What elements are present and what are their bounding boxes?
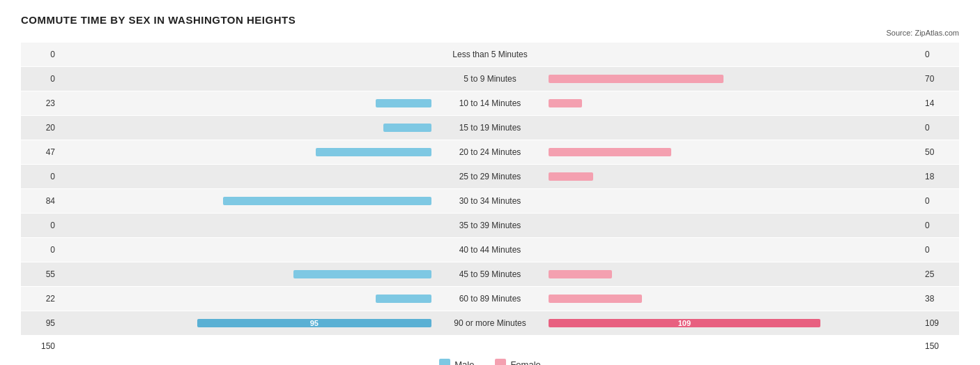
left-value: 0: [21, 74, 59, 84]
female-bar: 109: [549, 319, 820, 327]
left-bar-wrap: [59, 50, 434, 59]
right-bar-wrap: [546, 75, 921, 83]
right-value: 0: [921, 221, 959, 230]
right-bar-wrap: [546, 99, 921, 107]
chart-row: 0 Less than 5 Minutes 0: [21, 43, 959, 66]
left-value: 23: [21, 98, 59, 108]
chart-row: 22 60 to 89 Minutes 38: [21, 287, 959, 311]
left-value: 95: [21, 318, 59, 328]
female-bar: [549, 99, 582, 107]
chart-title: COMMUTE TIME BY SEX IN WASHINGTON HEIGHT…: [21, 14, 959, 26]
source-label: Source: ZipAtlas.com: [21, 29, 959, 37]
left-value: 55: [21, 269, 59, 279]
chart-row: 0 25 to 29 Minutes 18: [21, 165, 959, 188]
right-value: 50: [921, 147, 959, 157]
male-bar: [316, 148, 431, 156]
legend-female-label: Female: [510, 359, 540, 366]
right-bar-wrap: [546, 148, 921, 156]
row-label: 20 to 24 Minutes: [434, 147, 546, 157]
left-bar-wrap: [59, 148, 434, 156]
row-label: 15 to 19 Minutes: [434, 123, 546, 133]
right-value: 0: [921, 245, 959, 255]
row-label: 90 or more Minutes: [434, 318, 546, 328]
chart-row: 0 35 to 39 Minutes 0: [21, 214, 959, 237]
legend-male-label: Male: [454, 359, 474, 366]
male-bar: [376, 99, 431, 107]
row-label: 35 to 39 Minutes: [434, 221, 546, 230]
left-value: 0: [21, 245, 59, 255]
row-label: 5 to 9 Minutes: [434, 74, 546, 84]
right-value: 18: [921, 172, 959, 181]
chart-row: 0 5 to 9 Minutes 70: [21, 67, 959, 91]
axis-right-val: 150: [921, 341, 959, 351]
left-bar-wrap: 95: [59, 319, 434, 327]
chart-row: 84 30 to 34 Minutes 0: [21, 189, 959, 213]
right-bar-wrap: [546, 197, 921, 205]
chart-row: 20 15 to 19 Minutes 0: [21, 116, 959, 140]
female-bar: [549, 75, 723, 83]
chart-row: 55 45 to 59 Minutes 25: [21, 262, 959, 286]
right-value: 0: [921, 50, 959, 59]
female-bar: [549, 148, 671, 156]
right-value: 25: [921, 269, 959, 279]
right-bar-wrap: [546, 221, 921, 230]
right-value: 70: [921, 74, 959, 84]
right-bar-wrap: [546, 295, 921, 303]
left-bar-wrap: [59, 124, 434, 132]
chart-row: 95 95 90 or more Minutes 109 109: [21, 311, 959, 335]
right-value: 109: [921, 318, 959, 328]
left-value: 0: [21, 50, 59, 59]
right-bar-wrap: [546, 124, 921, 132]
left-value: 20: [21, 123, 59, 133]
right-bar-wrap: 109: [546, 319, 921, 327]
male-bar: [293, 270, 431, 278]
left-bar-wrap: [59, 221, 434, 230]
right-bar-wrap: [546, 270, 921, 278]
left-bar-wrap: [59, 270, 434, 278]
male-bar: [376, 295, 431, 303]
right-value: 0: [921, 123, 959, 133]
chart-area: 0 Less than 5 Minutes 0 0 5 to 9 Minutes…: [21, 43, 959, 335]
left-bar-wrap: [59, 295, 434, 303]
legend-male: Male: [439, 359, 474, 365]
legend-female: Female: [495, 359, 540, 365]
female-bar: [549, 270, 612, 278]
male-bar: [223, 197, 431, 205]
left-bar-wrap: [59, 246, 434, 254]
left-bar-wrap: [59, 197, 434, 205]
left-bar-wrap: [59, 75, 434, 83]
right-value: 38: [921, 294, 959, 304]
legend-female-box: [495, 359, 506, 365]
left-bar-wrap: [59, 172, 434, 181]
left-bar-wrap: [59, 99, 434, 107]
chart-row: 23 10 to 14 Minutes 14: [21, 91, 959, 115]
legend: Male Female: [21, 359, 959, 365]
legend-male-box: [439, 359, 450, 365]
axis-row: 150 150: [21, 338, 959, 355]
right-bar-wrap: [546, 246, 921, 254]
female-bar: [549, 172, 593, 181]
row-label: 60 to 89 Minutes: [434, 294, 546, 304]
row-label: 10 to 14 Minutes: [434, 98, 546, 108]
female-bar: [549, 295, 642, 303]
row-label: 45 to 59 Minutes: [434, 269, 546, 279]
left-value: 47: [21, 147, 59, 157]
row-label: 40 to 44 Minutes: [434, 245, 546, 255]
right-bar-wrap: [546, 50, 921, 59]
row-label: 30 to 34 Minutes: [434, 196, 546, 206]
right-bar-wrap: [546, 172, 921, 181]
axis-left-val: 150: [21, 341, 59, 351]
right-value: 14: [921, 98, 959, 108]
right-value: 0: [921, 196, 959, 206]
left-value: 0: [21, 172, 59, 181]
chart-row: 0 40 to 44 Minutes 0: [21, 238, 959, 262]
left-value: 22: [21, 294, 59, 304]
male-bar: 95: [197, 319, 431, 327]
left-value: 0: [21, 221, 59, 230]
row-label: Less than 5 Minutes: [434, 50, 546, 59]
left-value: 84: [21, 196, 59, 206]
male-bar: [383, 124, 431, 132]
chart-row: 47 20 to 24 Minutes 50: [21, 140, 959, 164]
row-label: 25 to 29 Minutes: [434, 172, 546, 181]
